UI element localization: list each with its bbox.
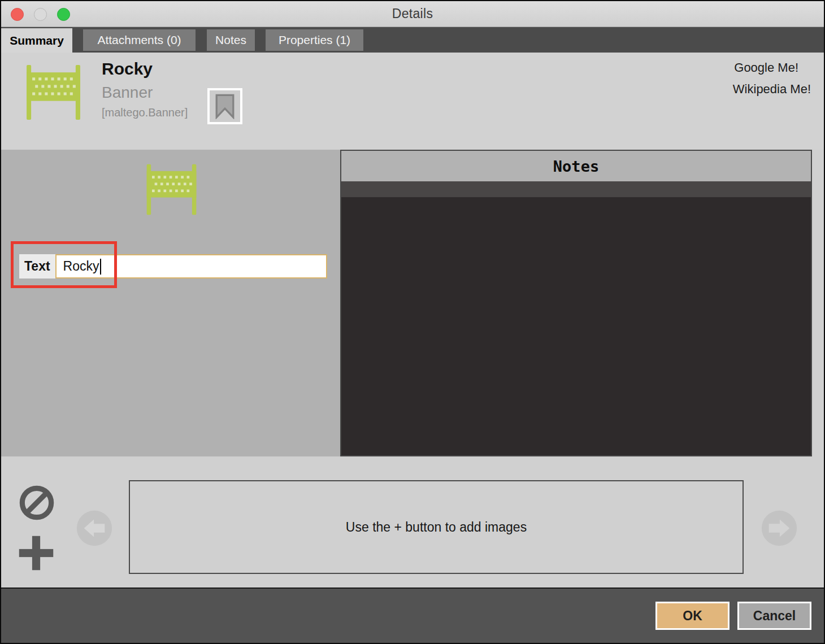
plus-icon	[18, 535, 54, 571]
arrow-right-icon	[761, 510, 798, 547]
text-input[interactable]: Rocky	[55, 254, 327, 279]
text-cursor	[100, 259, 101, 275]
tab-bar: Summary Attachments (0) Notes Properties…	[1, 27, 824, 53]
dialog-footer: OK Cancel	[1, 588, 824, 643]
previous-image-button[interactable]	[76, 510, 113, 547]
entity-name: Rocky	[102, 59, 188, 79]
header-links: Google Me! Wikipedia Me!	[733, 60, 811, 97]
summary-header: Rocky Banner [maltego.Banner] Google Me!…	[1, 53, 824, 150]
entity-detail-panel: Text Rocky	[1, 150, 340, 456]
text-input-value: Rocky	[63, 259, 99, 274]
tab-notes[interactable]: Notes	[207, 29, 255, 51]
minimize-circle-icon[interactable]	[34, 8, 47, 21]
title-bar[interactable]: Details	[1, 1, 824, 27]
bookmark-icon	[214, 93, 236, 119]
no-entry-icon	[18, 484, 55, 521]
tab-properties[interactable]: Properties (1)	[266, 29, 363, 51]
notes-panel: Notes	[340, 150, 812, 456]
entity-type: Banner	[102, 84, 188, 102]
image-carousel: Use the + button to add images	[129, 480, 744, 574]
details-dialog: Details Summary Attachments (0) Notes Pr…	[0, 0, 825, 644]
notes-editor[interactable]	[341, 197, 811, 455]
tab-summary[interactable]: Summary	[1, 28, 72, 53]
traffic-lights	[11, 8, 70, 21]
banner-icon	[24, 65, 83, 120]
arrow-left-icon	[76, 510, 113, 547]
bookmark-button[interactable]	[207, 88, 242, 124]
images-section: Use the + button to add images	[1, 456, 824, 588]
main-right-margin	[812, 150, 824, 456]
next-image-button[interactable]	[761, 510, 798, 547]
notes-toolbar	[341, 181, 811, 197]
window-title: Details	[392, 6, 433, 21]
ok-button[interactable]: OK	[655, 602, 730, 630]
image-placeholder-text: Use the + button to add images	[346, 520, 527, 535]
zoom-circle-icon[interactable]	[57, 8, 70, 21]
close-circle-icon[interactable]	[11, 8, 24, 21]
entity-class: [maltego.Banner]	[102, 106, 188, 119]
google-me-link[interactable]: Google Me!	[734, 60, 798, 75]
wikipedia-me-link[interactable]: Wikipedia Me!	[733, 82, 811, 97]
remove-image-button[interactable]	[18, 484, 55, 521]
notes-panel-title: Notes	[341, 151, 811, 181]
tab-attachments[interactable]: Attachments (0)	[83, 29, 196, 51]
entity-text-block: Rocky Banner [maltego.Banner]	[102, 59, 188, 119]
cancel-button[interactable]: Cancel	[737, 602, 811, 630]
add-image-button[interactable]	[18, 535, 54, 571]
main-content: Text Rocky Notes	[1, 150, 824, 456]
banner-icon	[144, 163, 199, 216]
text-property-row: Text Rocky	[19, 254, 327, 279]
text-field-label: Text	[19, 254, 55, 279]
